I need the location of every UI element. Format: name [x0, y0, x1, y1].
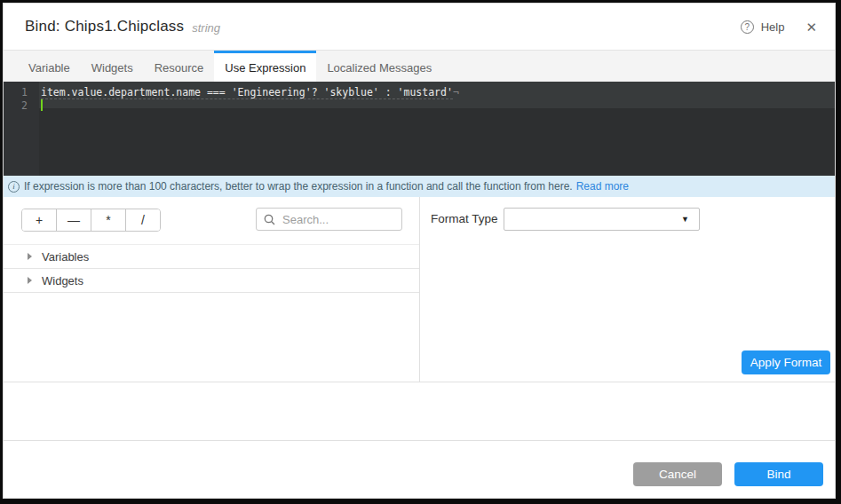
tree-item-variables[interactable]: Variables: [4, 245, 419, 269]
chevron-right-icon[interactable]: [28, 277, 32, 284]
plus-operator-button[interactable]: +: [22, 209, 57, 231]
chevron-right-icon[interactable]: [28, 253, 32, 260]
line-number: 2: [4, 99, 28, 113]
tab-variable[interactable]: Variable: [18, 51, 81, 82]
tab-widgets[interactable]: Widgets: [81, 51, 144, 82]
info-icon: i: [8, 181, 20, 193]
empty-area: [4, 382, 835, 440]
help-icon[interactable]: ?: [741, 20, 754, 34]
search-input[interactable]: [281, 212, 394, 227]
bind-button[interactable]: Bind: [734, 462, 823, 486]
binding-type-label: string: [192, 19, 220, 35]
trailing-whitespace-marker: ¬: [453, 86, 459, 98]
format-panel: Format Type ▼ Apply Format: [420, 197, 835, 382]
header-actions: ? Help ✕: [741, 20, 817, 34]
code-line-2: [39, 99, 835, 113]
operator-toolbar: + — * /: [21, 209, 161, 232]
dropdown-caret-icon: ▼: [681, 215, 689, 224]
search-box[interactable]: [256, 208, 402, 231]
cancel-button[interactable]: Cancel: [633, 462, 722, 486]
help-link[interactable]: Help: [761, 20, 785, 34]
minus-operator-button[interactable]: —: [57, 209, 91, 231]
editor-code-area[interactable]: item.value.department.name === 'Engineer…: [39, 82, 835, 176]
code-line-1: item.value.department.name === 'Engineer…: [39, 86, 835, 99]
info-bar: i If expression is more than 100 charact…: [4, 176, 835, 197]
tree-item-label: Variables: [42, 250, 89, 264]
info-text: If expression is more than 100 character…: [24, 180, 573, 193]
dialog-title: Bind: Chips1.Chipclass: [25, 18, 184, 35]
close-icon[interactable]: ✕: [805, 20, 817, 34]
expression-code: item.value.department.name === 'Engineer…: [41, 86, 453, 99]
bind-dialog: Bind: Chips1.Chipclass string ? Help ✕ V…: [3, 3, 836, 499]
dialog-footer: Cancel Bind: [4, 440, 835, 498]
apply-format-button[interactable]: Apply Format: [742, 350, 830, 374]
line-number: 1: [4, 86, 28, 99]
read-more-link[interactable]: Read more: [576, 180, 629, 193]
format-type-select[interactable]: ▼: [504, 208, 700, 231]
tree-item-widgets[interactable]: Widgets: [4, 269, 419, 293]
format-type-label: Format Type: [431, 212, 498, 225]
expression-editor[interactable]: 1 2 item.value.department.name === 'Engi…: [4, 82, 835, 176]
tab-bar: Variable Widgets Resource Use Expression…: [4, 51, 835, 82]
expression-helpers-panel: + — * / Variables Widgets: [4, 197, 420, 382]
tab-resource[interactable]: Resource: [144, 51, 215, 82]
multiply-operator-button[interactable]: *: [91, 209, 126, 231]
tree-item-label: Widgets: [42, 274, 83, 287]
tab-use-expression[interactable]: Use Expression: [214, 51, 316, 82]
editor-gutter: 1 2: [4, 82, 39, 176]
tab-localized-messages[interactable]: Localized Messages: [316, 51, 442, 82]
binding-tree: Variables Widgets: [4, 244, 419, 293]
search-icon: [264, 214, 275, 225]
dialog-header: Bind: Chips1.Chipclass string ? Help ✕: [4, 4, 835, 51]
work-area: + — * / Variables Widgets For: [4, 197, 835, 382]
editor-cursor: [41, 99, 43, 111]
divide-operator-button[interactable]: /: [126, 209, 160, 231]
